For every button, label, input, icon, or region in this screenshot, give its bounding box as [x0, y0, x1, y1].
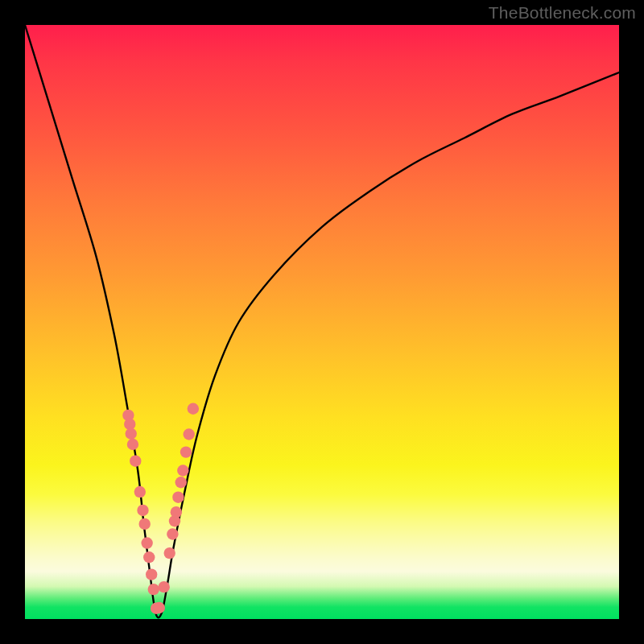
sample-dot	[188, 403, 199, 415]
bottleneck-curve-line	[25, 25, 619, 617]
sample-dots	[122, 403, 199, 614]
outer-black-frame: TheBottleneck.com	[0, 0, 644, 644]
watermark-text: TheBottleneck.com	[489, 3, 636, 23]
sample-dot	[134, 486, 146, 497]
sample-dot	[127, 439, 138, 450]
gradient-plot-area	[25, 25, 619, 619]
sample-dot	[130, 455, 141, 466]
sample-dot	[164, 547, 175, 559]
sample-dot	[146, 568, 157, 580]
sample-dot	[180, 446, 192, 457]
sample-dot	[126, 428, 137, 440]
sample-dot	[137, 505, 148, 516]
sample-dot	[171, 506, 182, 518]
bottleneck-curve-svg	[25, 25, 619, 619]
sample-dot	[172, 492, 184, 503]
sample-dot	[158, 581, 169, 592]
sample-dot	[167, 528, 178, 539]
sample-dot	[183, 428, 194, 440]
sample-dot	[143, 551, 155, 563]
sample-dot	[148, 584, 159, 595]
sample-dot	[154, 602, 165, 613]
sample-dot	[141, 537, 152, 548]
sample-dot	[175, 477, 187, 488]
sample-dot	[177, 464, 188, 476]
sample-dot	[139, 518, 151, 530]
